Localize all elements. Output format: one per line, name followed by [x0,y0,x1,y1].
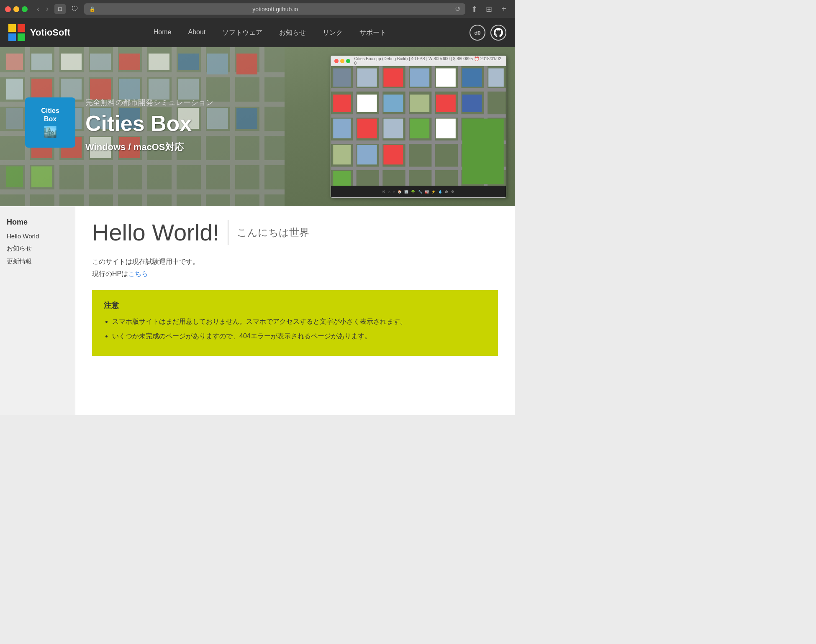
svg-rect-66 [462,68,482,87]
cities-box-icon: Cities Box 🏙️ [25,97,75,148]
url-text: yotiosoft.github.io [99,6,452,13]
back-button[interactable]: ‹ [34,4,42,14]
svg-rect-1 [18,24,25,32]
body-line1: このサイトは現在試験運用中です。 [92,256,498,268]
hero-text: 完全無料の都市開発シミュレーション Cities Box Windows / m… [85,97,213,153]
tab-overview-button[interactable]: ⊡ [54,4,66,14]
screenshot-title: Cities Box.cpp (Debug Build) | 40 FPS | … [354,56,503,66]
svg-rect-2 [8,33,16,41]
nav-news[interactable]: お知らせ [271,19,314,46]
browser-nav-buttons: ‹ › [34,4,51,14]
svg-rect-68 [333,95,351,112]
svg-rect-56 [379,66,382,197]
hero-title: Cities Box [85,111,213,136]
minimize-button[interactable] [13,6,19,12]
svg-rect-77 [410,119,429,138]
forward-button[interactable]: › [44,4,51,14]
sidebar: Home Hello World お知らせ 更新情報 [0,206,75,415]
svg-rect-76 [383,119,403,138]
github-icon[interactable] [490,25,506,41]
content-area: Hello World! こんにちは世界 このサイトは現在試験運用中です。 現行… [75,206,515,415]
svg-rect-71 [410,95,429,112]
browser-chrome: ‹ › ⊡ 🛡 🔒 yotiosoft.github.io ↺ ⬆ ⊞ + [0,0,515,18]
svg-rect-62 [357,68,377,87]
svg-rect-64 [410,68,429,87]
svg-rect-75 [357,119,377,138]
sidebar-section: Home Hello World お知らせ 更新情報 [0,215,75,268]
svg-rect-67 [488,68,504,87]
svg-rect-69 [357,95,377,112]
hero-subtitle: 完全無料の都市開発シミュレーション [85,97,213,107]
lock-icon: 🔒 [89,6,95,12]
ss-minimize [340,59,344,63]
logo-icon [8,24,25,41]
screenshot-titlebar: Cities Box.cpp (Debug Build) | 40 FPS | … [331,56,506,66]
notice-item-1: スマホ版サイトはまだ用意しておりません。スマホでアクセスすると文字が小さく表示さ… [112,316,486,327]
ss-close [334,59,339,63]
page-body: このサイトは現在試験運用中です。 現行のHPはこちら [92,256,498,280]
svg-rect-80 [357,145,377,164]
svg-rect-72 [436,95,456,112]
svg-rect-0 [8,24,16,32]
hero-left: Cities Box 🏙️ 完全無料の都市開発シミュレーション Cities B… [0,81,331,173]
svg-rect-52 [331,114,506,118]
svg-rect-51 [331,88,506,92]
hero-screenshot: Cities Box.cpp (Debug Build) | 40 FPS | … [331,56,506,198]
svg-rect-70 [383,95,403,112]
logo-area: YotioSoft [8,24,70,41]
svg-rect-74 [333,119,351,138]
screenshot-city [331,66,506,197]
notice-list: スマホ版サイトはまだ用意しておりません。スマホでアクセスすると文字が小さく表示さ… [104,316,486,342]
nav-right: d0 [470,25,506,41]
body-link[interactable]: こちら [128,270,148,277]
browser-titlebar: ‹ › ⊡ 🛡 🔒 yotiosoft.github.io ↺ ⬆ ⊞ + [0,0,515,18]
nav-home[interactable]: Home [145,19,180,45]
fullscreen-button[interactable]: ⊞ [483,4,495,15]
shield-button[interactable]: 🛡 [69,5,81,14]
svg-rect-61 [333,68,351,87]
title-divider [228,220,228,245]
cities-box-line1: Cities [41,107,59,114]
sidebar-hello-world[interactable]: Hello World [0,230,75,242]
nav-about[interactable]: About [180,19,214,45]
logo-text: YotioSoft [30,27,70,38]
svg-rect-55 [353,66,356,197]
body-line2: 現行のHPはこちら [92,268,498,280]
nav-links[interactable]: リンク [314,19,351,46]
svg-rect-73 [462,95,482,112]
page-title-main: Hello World! [92,219,219,246]
svg-rect-82 [462,119,504,184]
toolbar-icons: ⚒ △ ○ 🏠 🏢 🌳 🔧 🏭 ⚡ 💧 🛣 ⚙ [382,190,454,194]
notice-item-2: いくつか未完成のページがありますので、404エラーが表示されるページがあります。 [112,331,486,342]
body-prefix: 現行のHPは [92,270,128,277]
ss-maximize [346,59,350,63]
nav-support[interactable]: サポート [351,19,395,46]
screenshot-window: Cities Box.cpp (Debug Build) | 40 FPS | … [331,56,506,198]
nav-software[interactable]: ソフトウェア [214,19,271,46]
address-bar[interactable]: 🔒 yotiosoft.github.io ↺ [84,3,465,15]
maximize-button[interactable] [22,6,28,12]
hero-content: Cities Box 🏙️ 完全無料の都市開発シミュレーション Cities B… [0,47,515,206]
svg-rect-81 [383,145,403,164]
share-button[interactable]: ⬆ [469,4,480,15]
svg-rect-59 [458,66,461,197]
main-content: Home Hello World お知らせ 更新情報 Hello World! … [0,206,515,415]
site-header: YotioSoft Home About ソフトウェア お知らせ リンク サポー… [0,18,515,47]
svg-rect-63 [383,68,403,87]
notice-title: 注意 [104,300,486,310]
hero-platform: Windows / macOS対応 [85,141,213,153]
traffic-lights [5,6,28,12]
svg-rect-58 [431,66,435,197]
sidebar-news[interactable]: お知らせ [0,242,75,255]
screenshot-toolbar: ⚒ △ ○ 🏠 🏢 🌳 🔧 🏭 ⚡ 💧 🛣 ⚙ [331,186,506,197]
reload-button[interactable]: ↺ [455,5,460,13]
cities-box-line2: Box [44,115,56,123]
close-button[interactable] [5,6,11,12]
svg-rect-78 [436,119,456,138]
svg-rect-79 [333,145,351,164]
svg-rect-3 [18,33,25,41]
browser-actions: ⬆ ⊞ [469,4,495,15]
sidebar-updates[interactable]: 更新情報 [0,255,75,268]
new-tab-button[interactable]: + [498,3,510,15]
d0-badge[interactable]: d0 [470,25,485,41]
